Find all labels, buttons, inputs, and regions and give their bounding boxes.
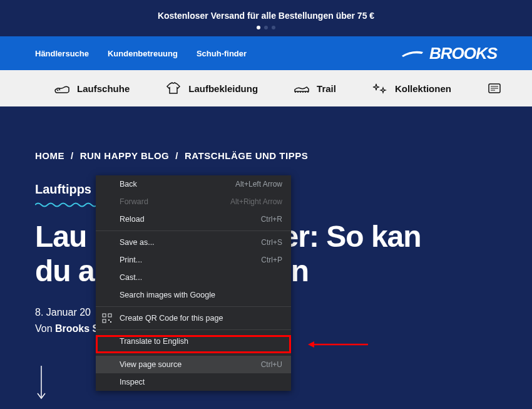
trail-shoe-icon: [293, 81, 310, 95]
ctx-label: Save as...: [120, 238, 155, 247]
ctx-create-qr[interactable]: Create QR Code for this page: [96, 309, 291, 327]
breadcrumb-sep: /: [175, 150, 178, 161]
ctx-back[interactable]: Back Alt+Left Arrow: [96, 175, 291, 193]
ctx-label: Cast...: [120, 273, 142, 282]
nav-trail[interactable]: Trail: [293, 81, 336, 95]
ctx-inspect[interactable]: Inspect: [96, 373, 291, 391]
svg-rect-4: [103, 319, 106, 323]
ctx-label: View page source: [120, 360, 182, 369]
breadcrumb-category[interactable]: RATSCHLÄGE UND TIPPS: [185, 150, 308, 161]
ctx-search-images[interactable]: Search images with Google: [96, 286, 291, 304]
ctx-shortcut: Alt+Right Arrow: [230, 197, 282, 206]
ctx-shortcut: Ctrl+S: [261, 238, 282, 247]
ctx-translate[interactable]: Translate to English: [96, 333, 291, 350]
ctx-label: Print...: [120, 256, 142, 264]
ctx-divider: [96, 306, 291, 307]
svg-rect-2: [103, 314, 106, 317]
context-menu: Back Alt+Left Arrow Forward Alt+Right Ar…: [96, 175, 291, 391]
nav-label: Laufbekleidung: [188, 83, 258, 94]
ctx-label: Inspect: [120, 378, 145, 386]
breadcrumb-blog[interactable]: RUN HAPPY BLOG: [80, 150, 170, 161]
breadcrumb: HOME / RUN HAPPY BLOG / RATSCHLÄGE UND T…: [35, 150, 497, 161]
ctx-label: Forward: [120, 197, 148, 206]
nav-extra[interactable]: [486, 81, 504, 95]
ctx-shortcut: Ctrl+U: [261, 360, 282, 369]
brooks-swoosh-icon: [401, 48, 424, 58]
ctx-divider: [96, 329, 291, 330]
main-nav: Laufschuhe Laufbekleidung Trail Kollekti…: [0, 70, 532, 106]
ctx-cast[interactable]: Cast...: [96, 269, 291, 286]
top-links: Händlersuche Kundenbetreuung Schuh-finde…: [35, 49, 247, 58]
carousel-dots[interactable]: [257, 26, 275, 29]
brand-logo[interactable]: BROOKS: [401, 44, 497, 63]
breadcrumb-sep: /: [71, 150, 74, 161]
dot-1[interactable]: [257, 26, 260, 29]
nav-collections[interactable]: Kollektionen: [371, 81, 451, 95]
svg-rect-3: [108, 314, 111, 317]
ctx-shortcut: Ctrl+R: [261, 215, 282, 224]
ctx-forward: Forward Alt+Right Arrow: [96, 193, 291, 210]
sparkle-icon: [371, 81, 389, 95]
author-name: Brooks S: [55, 323, 99, 334]
ctx-reload[interactable]: Reload Ctrl+R: [96, 210, 291, 228]
top-bar: Händlersuche Kundenbetreuung Schuh-finde…: [0, 36, 532, 70]
breadcrumb-home[interactable]: HOME: [35, 150, 64, 161]
ctx-shortcut: Ctrl+P: [261, 256, 282, 264]
svg-rect-5: [108, 319, 110, 321]
ctx-label: Back: [120, 180, 137, 189]
svg-rect-6: [110, 321, 111, 323]
link-dealer-search[interactable]: Händlersuche: [35, 49, 89, 58]
ctx-print[interactable]: Print... Ctrl+P: [96, 251, 291, 269]
ctx-shortcut: Alt+Left Arrow: [235, 180, 282, 189]
promo-text: Kostenloser Versand für alle Bestellunge…: [158, 11, 374, 21]
link-shoe-finder[interactable]: Schuh-finder: [197, 49, 247, 58]
promo-bar: Kostenloser Versand für alle Bestellunge…: [0, 0, 532, 36]
nav-label: Laufschuhe: [77, 83, 130, 94]
annotation-arrow: [307, 340, 368, 349]
extra-icon: [486, 81, 504, 95]
nav-label: Kollektionen: [395, 83, 451, 94]
scroll-down-arrow[interactable]: [35, 366, 48, 400]
shirt-icon: [165, 81, 182, 95]
ctx-label: Create QR Code for this page: [120, 314, 223, 323]
wavy-underline: [35, 199, 98, 205]
nav-label: Trail: [317, 83, 336, 94]
ctx-divider: [96, 353, 291, 353]
qr-icon: [102, 313, 112, 323]
author-prefix: Von: [35, 323, 55, 334]
dot-2[interactable]: [264, 26, 268, 29]
ctx-label: Reload: [120, 215, 145, 224]
ctx-label: Translate to English: [120, 337, 188, 346]
ctx-label: Search images with Google: [120, 291, 215, 299]
ctx-save-as[interactable]: Save as... Ctrl+S: [96, 234, 291, 251]
ctx-divider: [96, 230, 291, 231]
nav-running-apparel[interactable]: Laufbekleidung: [165, 81, 258, 95]
brand-name: BROOKS: [429, 44, 497, 63]
nav-running-shoes[interactable]: Laufschuhe: [53, 81, 130, 95]
dot-3[interactable]: [272, 26, 275, 29]
link-customer-care[interactable]: Kundenbetreuung: [108, 49, 178, 58]
shoe-icon: [53, 81, 71, 95]
ctx-view-source[interactable]: View page source Ctrl+U: [96, 356, 291, 373]
